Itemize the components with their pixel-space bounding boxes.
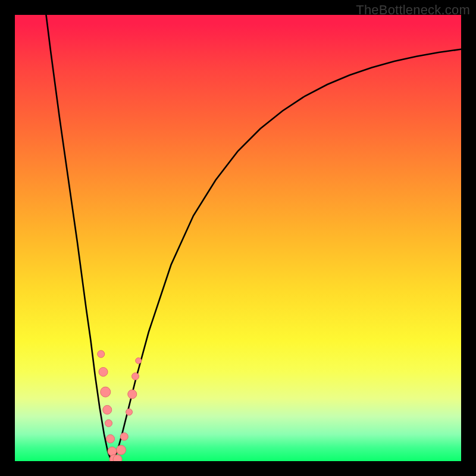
marker-dot	[107, 435, 115, 443]
marker-dot	[128, 390, 137, 399]
marker-dot	[136, 358, 142, 364]
marker-dot	[99, 368, 108, 377]
marker-dot	[105, 419, 112, 427]
marker-dot	[98, 350, 105, 358]
marker-dot	[103, 405, 112, 414]
curve-right-branch	[113, 49, 461, 461]
plot-area	[15, 15, 461, 461]
marker-dot	[117, 445, 126, 455]
chart-svg	[15, 15, 461, 461]
watermark-text: TheBottleneck.com	[356, 2, 470, 18]
marker-dot	[113, 455, 122, 462]
marker-dot	[126, 409, 133, 415]
chart-frame: TheBottleneck.com	[0, 0, 476, 476]
marker-dot	[101, 387, 111, 397]
marker-dot	[120, 433, 128, 440]
marker-dot	[132, 373, 139, 380]
